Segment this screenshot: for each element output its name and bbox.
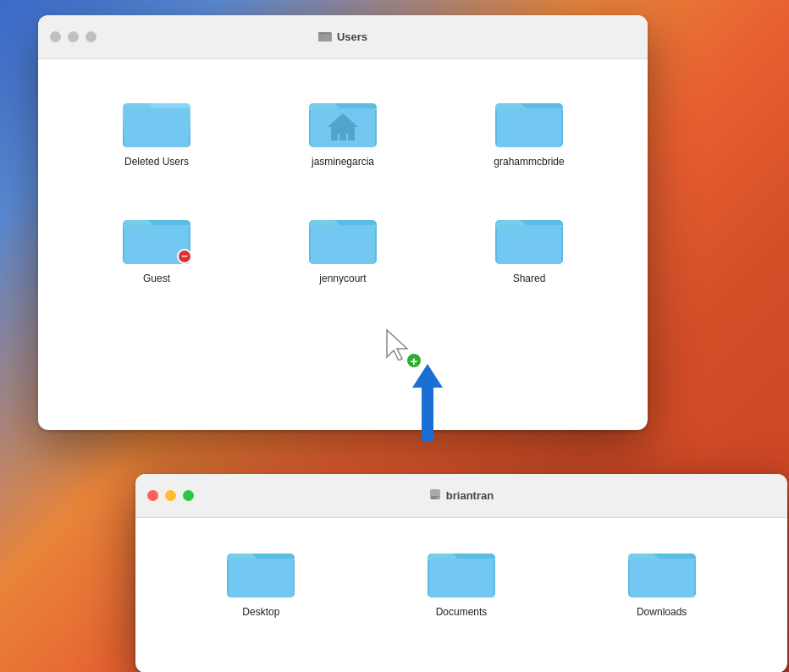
- svg-rect-1: [318, 32, 324, 35]
- brian-window-title-text: briantran: [446, 489, 494, 502]
- svg-rect-10: [497, 108, 561, 147]
- folder-icon-documents: [428, 542, 495, 599]
- folder-icon-downloads: [628, 542, 696, 599]
- window-brian: briantran Desktop D: [135, 474, 787, 672]
- titlebar-users: Users: [38, 15, 648, 59]
- svg-marker-17: [387, 330, 407, 361]
- folder-label-jennycourt: jennycourt: [319, 273, 366, 286]
- folder-item-downloads[interactable]: Downloads: [621, 535, 703, 626]
- minimize-button-users[interactable]: [68, 31, 79, 42]
- window-title-brian: briantran: [429, 488, 494, 503]
- close-button-users[interactable]: [50, 31, 61, 42]
- window-controls-brian: [147, 490, 194, 501]
- folder-icon-deleted-users: [123, 91, 190, 149]
- folder-label-guest: Guest: [143, 273, 170, 286]
- folder-label-grahammcbride: grahammcbride: [494, 156, 564, 169]
- minus-badge-guest: −: [177, 249, 192, 264]
- maximize-button-users[interactable]: [86, 31, 97, 42]
- folder-icon-grahammcbride: [495, 91, 563, 149]
- users-window-body: Deleted Users jasminegarcia: [38, 59, 648, 317]
- folder-label-deleted-users: Deleted Users: [124, 156, 189, 169]
- folder-item-guest[interactable]: − Guest: [116, 201, 197, 293]
- folder-item-shared[interactable]: Shared: [488, 201, 570, 293]
- folder-label-desktop: Desktop: [242, 606, 279, 620]
- svg-rect-22: [229, 559, 293, 598]
- window-controls-users: [50, 31, 97, 42]
- folder-icon-guest: −: [123, 208, 190, 266]
- folder-icon-shared: [495, 208, 563, 266]
- folder-icon-desktop: [227, 542, 295, 599]
- svg-rect-26: [630, 559, 694, 598]
- svg-rect-8: [339, 134, 346, 140]
- close-button-brian[interactable]: [147, 490, 158, 501]
- window-title-users: Users: [318, 30, 367, 44]
- brian-window-body: Desktop Documents Download: [135, 518, 787, 639]
- arrow-up: [412, 364, 443, 442]
- cursor-plus-badge: +: [406, 352, 422, 369]
- folder-item-grahammcbride[interactable]: grahammcbride: [487, 85, 571, 176]
- svg-rect-4: [124, 108, 189, 147]
- folder-item-jennycourt[interactable]: jennycourt: [302, 201, 383, 293]
- folder-icon-jennycourt: [309, 208, 377, 266]
- folder-icon-jasminegarcia: [309, 91, 377, 149]
- folder-item-desktop[interactable]: Desktop: [220, 535, 301, 626]
- maximize-button-brian[interactable]: [183, 490, 194, 501]
- cursor-with-badge: +: [385, 328, 422, 369]
- folder-icon-title: [318, 30, 332, 44]
- svg-rect-14: [311, 225, 375, 264]
- arrow-shaft: [422, 387, 433, 442]
- folder-label-jasminegarcia: jasminegarcia: [312, 156, 374, 169]
- minimize-button-brian[interactable]: [165, 490, 176, 501]
- folder-label-shared: Shared: [513, 273, 546, 286]
- users-window-title-text: Users: [337, 30, 367, 43]
- titlebar-brian: briantran: [135, 474, 787, 518]
- svg-rect-24: [429, 559, 494, 598]
- folder-item-documents[interactable]: Documents: [421, 535, 502, 626]
- svg-rect-16: [497, 225, 561, 264]
- folder-label-downloads: Downloads: [637, 606, 687, 620]
- folder-label-documents: Documents: [436, 606, 488, 620]
- folder-item-jasminegarcia[interactable]: jasminegarcia: [302, 85, 383, 176]
- svg-point-20: [437, 497, 439, 498]
- window-users: Users Deleted Use: [38, 15, 648, 430]
- drive-icon-title: [429, 488, 441, 503]
- folder-item-deleted-users[interactable]: Deleted Users: [116, 85, 197, 176]
